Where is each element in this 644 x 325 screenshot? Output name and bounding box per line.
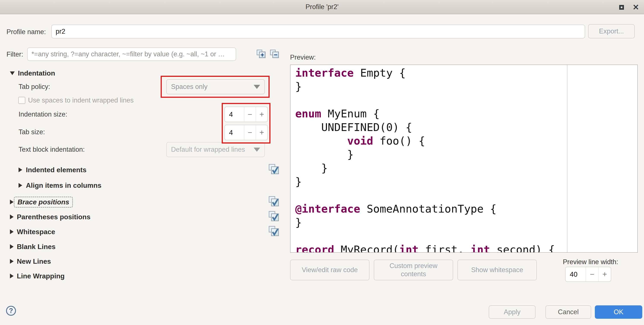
- tree-item-brace-positions[interactable]: Brace positions: [10, 194, 73, 210]
- expand-all-icon[interactable]: +: [257, 50, 266, 59]
- increment-button[interactable]: +: [256, 107, 268, 122]
- tree-item-indentation[interactable]: Indentation: [10, 65, 55, 81]
- code-line: [295, 229, 555, 243]
- tree-item-line-wrapping[interactable]: Line Wrapping: [10, 268, 65, 284]
- tree-item-parentheses-positions[interactable]: Parentheses positions: [10, 209, 90, 225]
- maximize-button[interactable]: [617, 3, 626, 12]
- chevron-right-icon[interactable]: [10, 214, 14, 219]
- code-text: MyRecord(: [334, 243, 399, 253]
- export-button[interactable]: Export...: [588, 24, 635, 39]
- dropdown-text-block-indentation[interactable]: Default for wrapped lines: [166, 142, 265, 157]
- code-text: foo() {: [373, 135, 425, 147]
- code-keyword: int: [399, 243, 418, 253]
- chevron-right-icon[interactable]: [10, 244, 14, 249]
- help-button[interactable]: ?: [6, 306, 16, 316]
- code-line: interface Empty {: [295, 66, 555, 80]
- chevron-right-icon[interactable]: [18, 183, 22, 188]
- code-text: SomeAnnotationType {: [360, 203, 496, 215]
- code-line: UNDEFINED(0) {: [295, 121, 555, 134]
- code-text: }: [295, 216, 302, 229]
- chevron-right-icon[interactable]: [10, 274, 14, 278]
- code-text: }: [295, 80, 302, 93]
- checkbox-use-spaces-to-indent-wrapped-lines[interactable]: [18, 97, 26, 104]
- tree-item-label: Indented elements: [26, 166, 86, 174]
- cancel-button[interactable]: Cancel: [546, 305, 591, 319]
- decrement-button[interactable]: −: [244, 125, 256, 140]
- code-text: }: [295, 148, 354, 161]
- preview-pane: interface Empty {} enum MyEnum { UNDEFIN…: [290, 65, 638, 253]
- chevron-down-icon: [254, 85, 260, 89]
- code-line: record MyRecord(int first, int second) {: [295, 243, 555, 253]
- code-text: }: [295, 175, 302, 188]
- maximize-icon: [619, 5, 624, 10]
- chevron-right-icon[interactable]: [18, 167, 22, 172]
- tree-item-tab-size[interactable]: Tab size:: [18, 124, 45, 140]
- dropdown-tab-policy[interactable]: Spaces only: [166, 79, 265, 94]
- tree-item-use-spaces-to-indent-wrapped-lines[interactable]: Use spaces to indent wrapped lines: [18, 93, 134, 108]
- tree-item-indentation-size[interactable]: Indentation size:: [18, 107, 67, 122]
- tree-item-tab-policy[interactable]: Tab policy:: [18, 79, 50, 95]
- code-text: UNDEFINED(0) {: [295, 121, 412, 134]
- tree-item-whitespace[interactable]: Whitespace: [10, 224, 55, 239]
- check-icon: [271, 227, 280, 236]
- code-keyword: @interface: [295, 203, 360, 215]
- code-line: [295, 189, 555, 202]
- preview-line-width-spinner[interactable]: 40 − +: [565, 267, 611, 282]
- check-icon: [271, 212, 280, 221]
- modify-all-checked-icon[interactable]: [269, 196, 280, 207]
- code-line: void foo() {: [295, 134, 555, 148]
- code-line: }: [295, 175, 555, 189]
- code-line: @interface SomeAnnotationType {: [295, 202, 555, 216]
- code-line: }: [295, 216, 555, 229]
- chevron-down-icon[interactable]: [10, 72, 15, 75]
- dropdown-value: Spaces only: [171, 83, 251, 91]
- show-whitespace-button[interactable]: Show whitespace: [458, 260, 537, 280]
- preview-line-width-decrement-button[interactable]: −: [586, 267, 598, 281]
- tree-item-new-lines[interactable]: New Lines: [10, 253, 51, 269]
- field-label: Tab size:: [18, 128, 45, 136]
- code-keyword: record: [295, 243, 334, 253]
- modify-all-checked-icon[interactable]: [269, 164, 280, 175]
- tree-item-label: Brace positions: [14, 197, 73, 208]
- ok-button[interactable]: OK: [595, 305, 642, 319]
- profile-name-label: Profile name:: [6, 28, 46, 36]
- code-text: }: [295, 162, 328, 174]
- code-text: MyEnum {: [321, 108, 380, 120]
- preview-code: interface Empty {} enum MyEnum { UNDEFIN…: [295, 66, 555, 253]
- increment-button[interactable]: +: [256, 125, 268, 140]
- spinner-value[interactable]: 4: [225, 125, 244, 140]
- custom-preview-contents-button[interactable]: Custom preview contents: [374, 260, 453, 280]
- tree-item-text-block-indentation[interactable]: Text block indentation:: [18, 142, 85, 157]
- code-line: [295, 93, 555, 107]
- profile-name-input[interactable]: [51, 25, 585, 39]
- apply-button[interactable]: Apply: [489, 305, 536, 319]
- view-edit-raw-code-button[interactable]: View/edit raw code: [290, 260, 370, 280]
- code-keyword: enum: [295, 108, 321, 120]
- collapse-all-icon[interactable]: −: [270, 50, 280, 59]
- field-label: Tab policy:: [18, 83, 50, 91]
- modify-all-checked-icon[interactable]: [269, 211, 280, 222]
- spinner-tab-size[interactable]: 4−+: [224, 125, 268, 140]
- preview-line-width-value[interactable]: 40: [566, 267, 586, 281]
- tree-item-blank-lines[interactable]: Blank Lines: [10, 239, 56, 254]
- code-text: second) {: [490, 243, 555, 253]
- tree-item-indented-elements[interactable]: Indented elements: [18, 162, 86, 178]
- preview-line-width-increment-button[interactable]: +: [598, 267, 611, 281]
- decrement-button[interactable]: −: [244, 107, 256, 122]
- chevron-right-icon[interactable]: [10, 229, 14, 234]
- close-button[interactable]: ✕: [632, 3, 640, 12]
- spinner-indentation-size[interactable]: 4−+: [224, 107, 268, 122]
- tree-item-align-items-in-columns[interactable]: Align items in columns: [18, 178, 101, 193]
- tree-item-label: Blank Lines: [17, 243, 56, 251]
- filter-input[interactable]: [27, 48, 236, 61]
- chevron-right-icon[interactable]: [10, 200, 14, 204]
- field-label: Text block indentation:: [18, 146, 85, 153]
- chevron-right-icon[interactable]: [10, 259, 14, 264]
- checkbox-label: Use spaces to indent wrapped lines: [28, 97, 134, 104]
- spinner-value[interactable]: 4: [225, 107, 244, 122]
- code-text: Empty {: [354, 67, 406, 79]
- preview-line-width-label: Preview line width:: [558, 258, 622, 266]
- tree-item-label: Line Wrapping: [17, 272, 65, 280]
- modify-all-checked-icon[interactable]: [269, 226, 280, 237]
- code-line: enum MyEnum {: [295, 107, 555, 121]
